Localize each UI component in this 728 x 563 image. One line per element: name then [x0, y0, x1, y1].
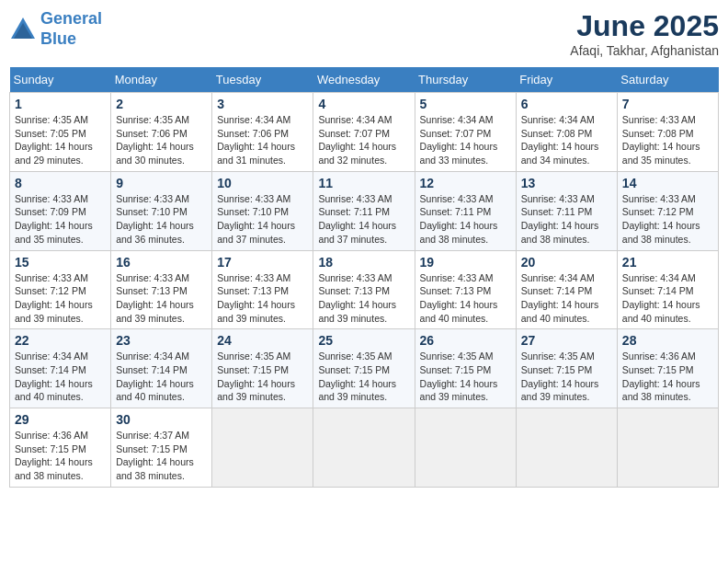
table-row: 14Sunrise: 4:33 AM Sunset: 7:12 PM Dayli…	[617, 171, 718, 250]
table-row: 24Sunrise: 4:35 AM Sunset: 7:15 PM Dayli…	[212, 329, 313, 408]
weekday-wednesday: Wednesday	[313, 67, 415, 93]
table-row: 6Sunrise: 4:34 AM Sunset: 7:08 PM Daylig…	[516, 93, 617, 172]
calendar-body: 1Sunrise: 4:35 AM Sunset: 7:05 PM Daylig…	[10, 93, 719, 488]
calendar: SundayMondayTuesdayWednesdayThursdayFrid…	[9, 67, 719, 488]
table-row	[313, 408, 415, 488]
table-row: 4Sunrise: 4:34 AM Sunset: 7:07 PM Daylig…	[313, 93, 415, 172]
logo: General Blue	[9, 9, 102, 49]
day-number: 2	[116, 97, 207, 111]
day-info: Sunrise: 4:34 AM Sunset: 7:14 PM Dayligh…	[15, 350, 106, 404]
day-number: 3	[217, 97, 308, 111]
title-block: June 2025 Afaqi, Takhar, Afghanistan	[570, 9, 719, 58]
day-info: Sunrise: 4:33 AM Sunset: 7:13 PM Dayligh…	[116, 271, 207, 326]
table-row: 19Sunrise: 4:33 AM Sunset: 7:13 PM Dayli…	[415, 250, 516, 329]
day-number: 8	[15, 176, 106, 190]
table-row	[212, 408, 313, 488]
header: General Blue June 2025 Afaqi, Takhar, Af…	[9, 9, 719, 58]
logo-text: General Blue	[40, 9, 102, 49]
weekday-thursday: Thursday	[415, 67, 516, 93]
day-number: 15	[15, 255, 106, 270]
table-row: 22Sunrise: 4:34 AM Sunset: 7:14 PM Dayli…	[10, 329, 111, 408]
day-number: 11	[318, 176, 409, 190]
logo-icon	[9, 16, 37, 43]
day-number: 17	[217, 255, 308, 270]
day-number: 19	[420, 255, 511, 270]
table-row	[617, 408, 718, 488]
table-row: 11Sunrise: 4:33 AM Sunset: 7:11 PM Dayli…	[313, 171, 415, 250]
day-info: Sunrise: 4:35 AM Sunset: 7:05 PM Dayligh…	[15, 113, 106, 167]
day-info: Sunrise: 4:35 AM Sunset: 7:06 PM Dayligh…	[116, 113, 207, 167]
logo-line1: General	[40, 9, 102, 28]
day-info: Sunrise: 4:33 AM Sunset: 7:10 PM Dayligh…	[116, 192, 207, 247]
day-number: 27	[521, 333, 612, 348]
table-row: 3Sunrise: 4:34 AM Sunset: 7:06 PM Daylig…	[212, 93, 313, 172]
table-row	[516, 408, 617, 488]
day-number: 6	[521, 97, 612, 111]
day-info: Sunrise: 4:33 AM Sunset: 7:12 PM Dayligh…	[15, 271, 106, 326]
day-number: 13	[521, 176, 612, 190]
month-title: June 2025	[570, 9, 719, 43]
day-number: 16	[116, 255, 207, 270]
day-info: Sunrise: 4:36 AM Sunset: 7:15 PM Dayligh…	[15, 429, 106, 483]
day-info: Sunrise: 4:33 AM Sunset: 7:11 PM Dayligh…	[318, 192, 409, 247]
day-number: 18	[318, 255, 409, 270]
day-number: 20	[521, 255, 612, 270]
day-number: 21	[622, 255, 713, 270]
table-row: 28Sunrise: 4:36 AM Sunset: 7:15 PM Dayli…	[617, 329, 718, 408]
day-number: 26	[420, 333, 511, 348]
weekday-header: SundayMondayTuesdayWednesdayThursdayFrid…	[10, 67, 719, 93]
weekday-saturday: Saturday	[617, 67, 718, 93]
day-info: Sunrise: 4:35 AM Sunset: 7:15 PM Dayligh…	[318, 350, 409, 404]
day-info: Sunrise: 4:33 AM Sunset: 7:13 PM Dayligh…	[420, 271, 511, 326]
table-row: 26Sunrise: 4:35 AM Sunset: 7:15 PM Dayli…	[415, 329, 516, 408]
weekday-sunday: Sunday	[10, 67, 111, 93]
table-row: 21Sunrise: 4:34 AM Sunset: 7:14 PM Dayli…	[617, 250, 718, 329]
table-row: 30Sunrise: 4:37 AM Sunset: 7:15 PM Dayli…	[111, 408, 212, 488]
table-row: 20Sunrise: 4:34 AM Sunset: 7:14 PM Dayli…	[516, 250, 617, 329]
day-info: Sunrise: 4:33 AM Sunset: 7:11 PM Dayligh…	[420, 192, 511, 247]
table-row: 1Sunrise: 4:35 AM Sunset: 7:05 PM Daylig…	[10, 93, 111, 172]
day-info: Sunrise: 4:33 AM Sunset: 7:08 PM Dayligh…	[622, 113, 713, 167]
day-number: 9	[116, 176, 207, 190]
table-row: 9Sunrise: 4:33 AM Sunset: 7:10 PM Daylig…	[111, 171, 212, 250]
day-info: Sunrise: 4:34 AM Sunset: 7:07 PM Dayligh…	[420, 113, 511, 167]
table-row: 15Sunrise: 4:33 AM Sunset: 7:12 PM Dayli…	[10, 250, 111, 329]
table-row: 27Sunrise: 4:35 AM Sunset: 7:15 PM Dayli…	[516, 329, 617, 408]
day-info: Sunrise: 4:37 AM Sunset: 7:15 PM Dayligh…	[116, 429, 207, 483]
day-number: 24	[217, 333, 308, 348]
day-number: 10	[217, 176, 308, 190]
day-number: 25	[318, 333, 409, 348]
day-number: 14	[622, 176, 713, 190]
day-number: 4	[318, 97, 409, 111]
table-row: 5Sunrise: 4:34 AM Sunset: 7:07 PM Daylig…	[415, 93, 516, 172]
day-info: Sunrise: 4:35 AM Sunset: 7:15 PM Dayligh…	[217, 350, 308, 404]
day-info: Sunrise: 4:35 AM Sunset: 7:15 PM Dayligh…	[420, 350, 511, 404]
day-info: Sunrise: 4:33 AM Sunset: 7:10 PM Dayligh…	[217, 192, 308, 247]
table-row: 10Sunrise: 4:33 AM Sunset: 7:10 PM Dayli…	[212, 171, 313, 250]
day-info: Sunrise: 4:34 AM Sunset: 7:14 PM Dayligh…	[521, 271, 612, 326]
day-info: Sunrise: 4:33 AM Sunset: 7:11 PM Dayligh…	[521, 192, 612, 247]
table-row: 16Sunrise: 4:33 AM Sunset: 7:13 PM Dayli…	[111, 250, 212, 329]
table-row: 13Sunrise: 4:33 AM Sunset: 7:11 PM Dayli…	[516, 171, 617, 250]
table-row: 29Sunrise: 4:36 AM Sunset: 7:15 PM Dayli…	[10, 408, 111, 488]
location-title: Afaqi, Takhar, Afghanistan	[570, 43, 719, 58]
weekday-friday: Friday	[516, 67, 617, 93]
day-number: 28	[622, 333, 713, 348]
day-info: Sunrise: 4:34 AM Sunset: 7:07 PM Dayligh…	[318, 113, 409, 167]
table-row: 2Sunrise: 4:35 AM Sunset: 7:06 PM Daylig…	[111, 93, 212, 172]
day-number: 5	[420, 97, 511, 111]
day-info: Sunrise: 4:36 AM Sunset: 7:15 PM Dayligh…	[622, 350, 713, 404]
day-info: Sunrise: 4:33 AM Sunset: 7:09 PM Dayligh…	[15, 192, 106, 247]
day-number: 12	[420, 176, 511, 190]
day-info: Sunrise: 4:34 AM Sunset: 7:14 PM Dayligh…	[622, 271, 713, 326]
day-info: Sunrise: 4:34 AM Sunset: 7:14 PM Dayligh…	[116, 350, 207, 404]
weekday-tuesday: Tuesday	[212, 67, 313, 93]
day-info: Sunrise: 4:33 AM Sunset: 7:12 PM Dayligh…	[622, 192, 713, 247]
day-info: Sunrise: 4:35 AM Sunset: 7:15 PM Dayligh…	[521, 350, 612, 404]
day-info: Sunrise: 4:34 AM Sunset: 7:06 PM Dayligh…	[217, 113, 308, 167]
table-row: 12Sunrise: 4:33 AM Sunset: 7:11 PM Dayli…	[415, 171, 516, 250]
day-number: 7	[622, 97, 713, 111]
logo-line2: Blue	[40, 29, 76, 48]
table-row: 18Sunrise: 4:33 AM Sunset: 7:13 PM Dayli…	[313, 250, 415, 329]
table-row	[415, 408, 516, 488]
